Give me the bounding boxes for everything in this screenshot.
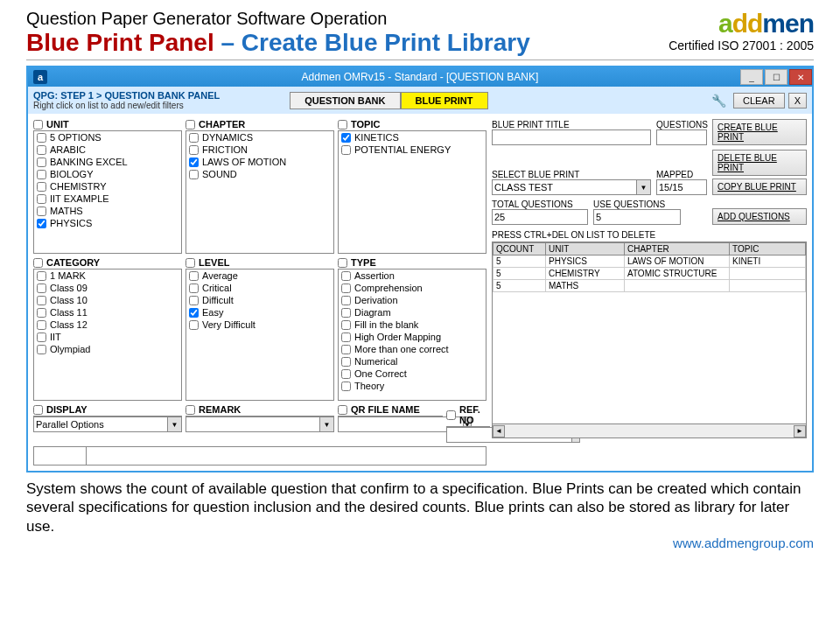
list-item[interactable]: MATHS	[34, 205, 181, 217]
tab-question-bank[interactable]: QUESTION BANK	[290, 92, 400, 109]
list-item[interactable]: LAWS OF MOTION	[186, 156, 333, 168]
item-checkbox[interactable]	[189, 284, 199, 293]
chevron-down-icon[interactable]: ▼	[637, 179, 651, 195]
list-item[interactable]: More than one correct	[339, 343, 486, 355]
item-checkbox[interactable]	[341, 308, 351, 318]
add-questions-button[interactable]: ADD QUESTIONS	[712, 208, 807, 225]
panel-checkbox-unit[interactable]	[33, 120, 43, 130]
panel-checkbox-refno[interactable]	[446, 410, 456, 420]
item-checkbox[interactable]	[341, 382, 351, 391]
item-checkbox[interactable]	[341, 296, 351, 305]
list-item[interactable]: Theory	[339, 380, 486, 392]
col-chapter[interactable]: CHAPTER	[625, 243, 730, 256]
item-checkbox[interactable]	[37, 145, 46, 155]
list-item[interactable]: BANKING EXCEL	[34, 156, 181, 168]
list-item[interactable]: POTENTIAL ENERGY	[339, 144, 486, 156]
list-item[interactable]: Olympiad	[34, 343, 181, 355]
list-item[interactable]: KINETICS	[339, 131, 486, 144]
item-checkbox[interactable]	[37, 194, 46, 204]
total-q-input[interactable]	[492, 209, 588, 225]
list-item[interactable]: 1 MARK	[34, 270, 181, 282]
list-item[interactable]: One Correct	[339, 368, 486, 380]
list-item[interactable]: BIOLOGY	[34, 168, 181, 180]
item-checkbox[interactable]	[37, 206, 46, 216]
display-input[interactable]	[33, 416, 168, 432]
panel-checkbox-topic[interactable]	[338, 120, 347, 130]
item-checkbox[interactable]	[341, 320, 351, 330]
panel-checkbox-type[interactable]	[338, 258, 347, 268]
tab-blue-print[interactable]: BLUE PRINT	[401, 92, 488, 109]
list-item[interactable]: IIT EXAMPLE	[34, 192, 181, 205]
list-item[interactable]: SOUND	[186, 168, 333, 180]
qrfile-input[interactable]	[338, 416, 464, 432]
footer-link[interactable]: www.addmengroup.com	[0, 536, 840, 550]
listbox-chapter[interactable]: DYNAMICSFRICTIONLAWS OF MOTIONSOUND	[186, 131, 334, 254]
item-checkbox[interactable]	[189, 320, 199, 330]
item-checkbox[interactable]	[189, 158, 199, 167]
copy-blueprint-button[interactable]: COPY BLUE PRINT	[712, 178, 807, 195]
list-item[interactable]: Class 12	[34, 318, 181, 331]
listbox-type[interactable]: AssertionComprehensionDerivationDiagramF…	[338, 270, 486, 401]
item-checkbox[interactable]	[189, 308, 199, 318]
list-item[interactable]: DYNAMICS	[186, 131, 333, 144]
list-item[interactable]: Class 11	[34, 306, 181, 318]
item-checkbox[interactable]	[37, 332, 46, 342]
chevron-down-icon[interactable]: ▼	[168, 416, 182, 432]
list-item[interactable]: Numerical	[339, 355, 486, 368]
listbox-category[interactable]: 1 MARKClass 09Class 10Class 11Class 12II…	[33, 270, 182, 401]
list-item[interactable]: CHEMISTRY	[34, 180, 181, 192]
item-checkbox[interactable]	[37, 219, 46, 228]
listbox-level[interactable]: AverageCriticalDifficultEasyVery Difficu…	[186, 270, 334, 401]
item-checkbox[interactable]	[37, 284, 46, 293]
scroll-right-icon[interactable]: ►	[794, 425, 806, 438]
list-item[interactable]: Derivation	[339, 294, 486, 306]
toolbar-close-button[interactable]: X	[788, 93, 807, 108]
item-checkbox[interactable]	[37, 271, 46, 281]
list-item[interactable]: Average	[186, 270, 333, 282]
list-item[interactable]: Comprehension	[339, 282, 486, 294]
item-checkbox[interactable]	[189, 170, 199, 179]
item-checkbox[interactable]	[189, 296, 199, 305]
blueprint-table[interactable]: QCOUNT UNIT CHAPTER TOPIC 5PHYSICSLAWS O…	[492, 242, 807, 438]
maximize-button[interactable]: ☐	[765, 69, 788, 85]
panel-checkbox-chapter[interactable]	[186, 120, 195, 130]
item-checkbox[interactable]	[37, 133, 46, 143]
item-checkbox[interactable]	[37, 345, 46, 354]
delete-blueprint-button[interactable]: DELETE BLUE PRINT	[712, 150, 807, 176]
list-item[interactable]: Critical	[186, 282, 333, 294]
clear-button[interactable]: CLEAR	[733, 93, 785, 108]
list-item[interactable]: Class 10	[34, 294, 181, 306]
list-item[interactable]: IIT	[34, 331, 181, 343]
panel-checkbox-qrfile[interactable]	[338, 405, 347, 415]
chevron-down-icon[interactable]: ▼	[320, 416, 334, 432]
item-checkbox[interactable]	[37, 308, 46, 318]
item-checkbox[interactable]	[341, 133, 351, 143]
create-blueprint-button[interactable]: CREATE BLUE PRINT	[712, 119, 807, 145]
item-checkbox[interactable]	[37, 296, 46, 305]
item-checkbox[interactable]	[37, 158, 46, 167]
list-item[interactable]: ARABIC	[34, 144, 181, 156]
questions-input[interactable]	[656, 130, 707, 145]
col-topic[interactable]: TOPIC	[730, 243, 806, 256]
list-item[interactable]: Fill in the blank	[339, 318, 486, 331]
item-checkbox[interactable]	[189, 271, 199, 281]
item-checkbox[interactable]	[37, 182, 46, 192]
listbox-topic[interactable]: KINETICSPOTENTIAL ENERGY	[338, 131, 486, 254]
panel-checkbox-display[interactable]	[33, 405, 43, 415]
list-item[interactable]: Diagram	[339, 306, 486, 318]
item-checkbox[interactable]	[189, 133, 199, 143]
item-checkbox[interactable]	[341, 284, 351, 293]
horizontal-scrollbar[interactable]: ◄ ►	[493, 424, 806, 438]
remark-input[interactable]	[186, 416, 320, 432]
list-item[interactable]: 5 OPTIONS	[34, 131, 181, 144]
item-checkbox[interactable]	[341, 369, 351, 379]
list-item[interactable]: Easy	[186, 306, 333, 318]
wrench-icon[interactable]: 🔧	[711, 94, 726, 108]
minimize-button[interactable]: _	[740, 69, 763, 85]
table-row[interactable]: 5PHYSICSLAWS OF MOTIONKINETI	[494, 256, 806, 268]
table-row[interactable]: 5CHEMISTRYATOMIC STRUCTURE	[494, 268, 806, 280]
list-item[interactable]: FRICTION	[186, 144, 333, 156]
table-row[interactable]: 5MATHS	[494, 280, 806, 292]
item-checkbox[interactable]	[341, 332, 351, 342]
list-item[interactable]: Difficult	[186, 294, 333, 306]
